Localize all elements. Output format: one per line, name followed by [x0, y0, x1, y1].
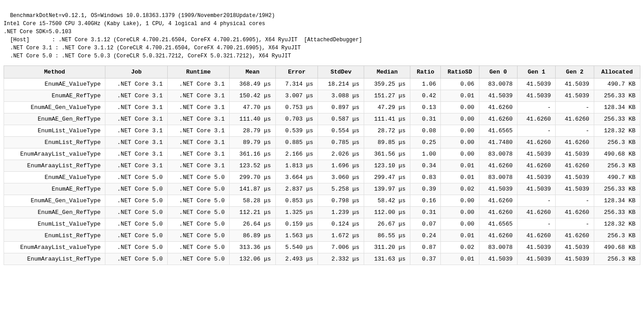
table-cell: 256.33 KB	[594, 90, 640, 102]
table-cell: 2.493 μs	[276, 253, 318, 265]
table-cell: 41.6260	[479, 195, 517, 207]
table-cell: 490.7 KB	[594, 78, 640, 90]
table-row: EnumList_ValueType.NET Core 5.0.NET Core…	[4, 218, 640, 230]
table-cell: .NET Core 5.0	[167, 230, 229, 242]
table-cell: 28.79 μs	[230, 125, 276, 137]
table-cell: 41.6260	[479, 113, 517, 125]
table-cell: 0.34	[410, 160, 441, 172]
table-cell: 0.00	[441, 207, 479, 218]
table-cell: 0.554 μs	[318, 125, 364, 137]
table-cell: 128.32 KB	[594, 218, 640, 230]
table-cell: 18.214 μs	[318, 78, 364, 90]
table-cell: 0.02	[441, 183, 479, 195]
header-line5: .NET Core 3.1 : .NET Core 3.1.12 (CoreCL…	[4, 45, 301, 51]
table-cell: 112.00 μs	[364, 207, 410, 218]
table-cell: 1.696 μs	[318, 160, 364, 172]
table-cell: 3.088 μs	[318, 90, 364, 102]
table-cell: 0.159 μs	[276, 218, 318, 230]
table-cell: 0.39	[410, 183, 441, 195]
table-cell: .NET Core 5.0	[167, 195, 229, 207]
table-cell: .NET Core 3.1	[167, 78, 229, 90]
table-cell: 41.6260	[518, 137, 556, 148]
header-line3: .NET Core SDK=5.0.103	[4, 29, 71, 35]
table-cell: 256.33 KB	[594, 207, 640, 218]
column-header-runtime: Runtime	[167, 66, 229, 78]
table-cell: 0.897 μs	[318, 102, 364, 113]
table-cell: .NET Core 5.0	[167, 253, 229, 265]
table-cell: 0.853 μs	[276, 195, 318, 207]
column-header-ratiosd: RatioSD	[441, 66, 479, 78]
table-cell: 41.6260	[556, 137, 594, 148]
table-cell: EnumAraayList_RefType	[4, 160, 105, 172]
table-cell: 2.837 μs	[276, 183, 318, 195]
table-cell: 111.41 μs	[364, 113, 410, 125]
table-row: EnumAE_RefType.NET Core 3.1.NET Core 3.1…	[4, 90, 640, 102]
table-cell: 2.332 μs	[318, 253, 364, 265]
table-cell: 41.5039	[518, 172, 556, 183]
table-cell: 41.6565	[479, 125, 517, 137]
table-cell: 41.6260	[479, 160, 517, 172]
table-row: EnumAE_RefType.NET Core 5.0.NET Core 5.0…	[4, 183, 640, 195]
header-line4: [Host] : .NET Core 3.1.12 (CoreCLR 4.700…	[4, 37, 362, 43]
table-row: EnumAraayList_RefType.NET Core 3.1.NET C…	[4, 160, 640, 172]
table-cell: 41.5039	[518, 242, 556, 253]
table-cell: -	[518, 218, 556, 230]
column-header-gen-0: Gen 0	[479, 66, 517, 78]
table-cell: 0.87	[410, 242, 441, 253]
table-row: EnumAraayList_valueType.NET Core 3.1.NET…	[4, 148, 640, 160]
table-cell: 0.16	[410, 195, 441, 207]
column-header-ratio: Ratio	[410, 66, 441, 78]
table-cell: 41.6260	[518, 230, 556, 242]
table-cell: .NET Core 5.0	[105, 195, 167, 207]
column-header-stddev: StdDev	[318, 66, 364, 78]
table-cell: 83.0078	[479, 78, 517, 90]
table-cell: 0.01	[441, 230, 479, 242]
table-cell: EnumAraayList_valueType	[4, 148, 105, 160]
column-header-gen-1: Gen 1	[518, 66, 556, 78]
table-cell: 0.31	[410, 207, 441, 218]
table-cell: 41.6260	[518, 160, 556, 172]
table-cell: 131.63 μs	[364, 253, 410, 265]
table-cell: 41.6260	[556, 160, 594, 172]
table-row: EnumList_RefType.NET Core 3.1.NET Core 3…	[4, 137, 640, 148]
table-cell: 256.3 KB	[594, 137, 640, 148]
table-cell: .NET Core 3.1	[105, 90, 167, 102]
table-cell: 58.42 μs	[364, 195, 410, 207]
table-cell: 0.539 μs	[276, 125, 318, 137]
table-row: EnumAE_ValueType.NET Core 5.0.NET Core 5…	[4, 172, 640, 183]
table-cell: 41.5039	[479, 90, 517, 102]
table-row: EnumList_ValueType.NET Core 3.1.NET Core…	[4, 125, 640, 137]
header-line2: Intel Core i5-7500 CPU 3.40GHz (Kaby Lak…	[4, 21, 265, 27]
table-cell: .NET Core 3.1	[105, 160, 167, 172]
column-header-mean: Mean	[230, 66, 276, 78]
table-cell: 311.20 μs	[364, 242, 410, 253]
table-cell: .NET Core 3.1	[105, 113, 167, 125]
table-cell: 3.664 μs	[276, 172, 318, 183]
table-cell: 139.97 μs	[364, 183, 410, 195]
table-cell: 123.10 μs	[364, 160, 410, 172]
table-cell: 41.6260	[479, 102, 517, 113]
table-cell: 58.28 μs	[230, 195, 276, 207]
table-cell: 47.70 μs	[230, 102, 276, 113]
table-cell: 2.026 μs	[318, 148, 364, 160]
table-cell: 299.47 μs	[364, 172, 410, 183]
table-cell: 41.6260	[556, 207, 594, 218]
table-cell: 83.0078	[479, 172, 517, 183]
table-cell: 41.5039	[556, 242, 594, 253]
table-cell: .NET Core 5.0	[105, 183, 167, 195]
table-cell: 111.40 μs	[230, 113, 276, 125]
table-cell: 0.01	[441, 160, 479, 172]
table-cell: EnumList_RefType	[4, 230, 105, 242]
table-cell: 41.5039	[518, 148, 556, 160]
table-cell: EnumAE_Gen_ValueType	[4, 195, 105, 207]
table-cell: .NET Core 5.0	[167, 242, 229, 253]
table-cell: EnumList_ValueType	[4, 125, 105, 137]
table-cell: .NET Core 5.0	[105, 242, 167, 253]
table-cell: 5.258 μs	[318, 183, 364, 195]
table-cell: EnumAE_RefType	[4, 183, 105, 195]
table-row: EnumAraayList_valueType.NET Core 5.0.NET…	[4, 242, 640, 253]
table-cell: 1.00	[410, 148, 441, 160]
table-cell: .NET Core 3.1	[105, 137, 167, 148]
table-cell: 7.006 μs	[318, 242, 364, 253]
table-cell: 0.01	[441, 172, 479, 183]
